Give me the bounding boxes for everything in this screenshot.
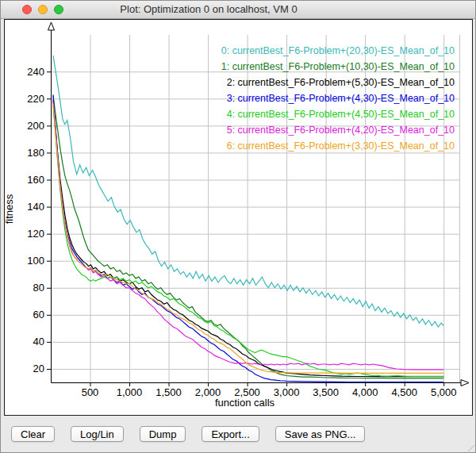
y-tick-label: 220	[27, 93, 44, 105]
legend-entry: 5: currentBest_F6-Problem+(4,20)-ES_Mean…	[221, 122, 455, 138]
window-titlebar: Plot: Optimization 0 on localhost, VM 0	[1, 1, 475, 19]
legend-entry: 4: currentBest_F6-Problem+(4,50)-ES_Mean…	[221, 106, 455, 122]
save-as-png-button[interactable]: Save as PNG...	[275, 426, 366, 442]
chart-legend: 0: currentBest_F6-Problem+(20,30)-ES_Mea…	[221, 43, 455, 154]
x-axis-label: function calls	[17, 397, 472, 409]
y-tick-label: 140	[27, 201, 44, 213]
button-bar: Clear Log/Lin Dump Export... Save as PNG…	[1, 426, 475, 442]
clear-button[interactable]: Clear	[11, 426, 55, 442]
plot-window: Plot: Optimization 0 on localhost, VM 0 …	[0, 0, 476, 453]
y-tick-label: 160	[27, 174, 44, 186]
y-axis-label: fitness	[3, 186, 15, 233]
export-button[interactable]: Export...	[202, 426, 259, 442]
y-tick-label: 20	[33, 363, 44, 374]
resize-grip[interactable]	[467, 444, 474, 451]
legend-entry: 3: currentBest_F6-Problem+(4,30)-ES_Mean…	[221, 90, 455, 106]
legend-entry: 0: currentBest_F6-Problem+(20,30)-ES_Mea…	[221, 43, 455, 59]
x-axis-arrow-icon	[461, 380, 469, 386]
plot-panel: 204060801001201401601802002202405001,000…	[4, 19, 473, 416]
y-tick-label: 80	[33, 282, 44, 294]
y-tick-label: 100	[27, 255, 44, 267]
y-tick-label: 40	[33, 336, 44, 347]
y-tick-label: 240	[27, 66, 44, 78]
y-tick-label: 200	[27, 120, 44, 132]
legend-entry: 1: currentBest_F6-Problem+(10,30)-ES_Mea…	[221, 59, 455, 75]
y-tick-label: 180	[27, 147, 44, 159]
y-tick-label: 60	[33, 309, 44, 321]
y-tick-label: 120	[27, 228, 44, 240]
y-axis-arrow-icon	[48, 22, 55, 30]
legend-entry: 2: currentBest_F6-Problem+(5,30)-ES_Mean…	[221, 75, 455, 90]
window-title: Plot: Optimization 0 on localhost, VM 0	[1, 1, 475, 18]
dump-button[interactable]: Dump	[140, 426, 186, 442]
legend-entry: 6: currentBest_F6-Problem+(3,30)-ES_Mean…	[221, 138, 455, 154]
loglin-button[interactable]: Log/Lin	[71, 426, 124, 442]
